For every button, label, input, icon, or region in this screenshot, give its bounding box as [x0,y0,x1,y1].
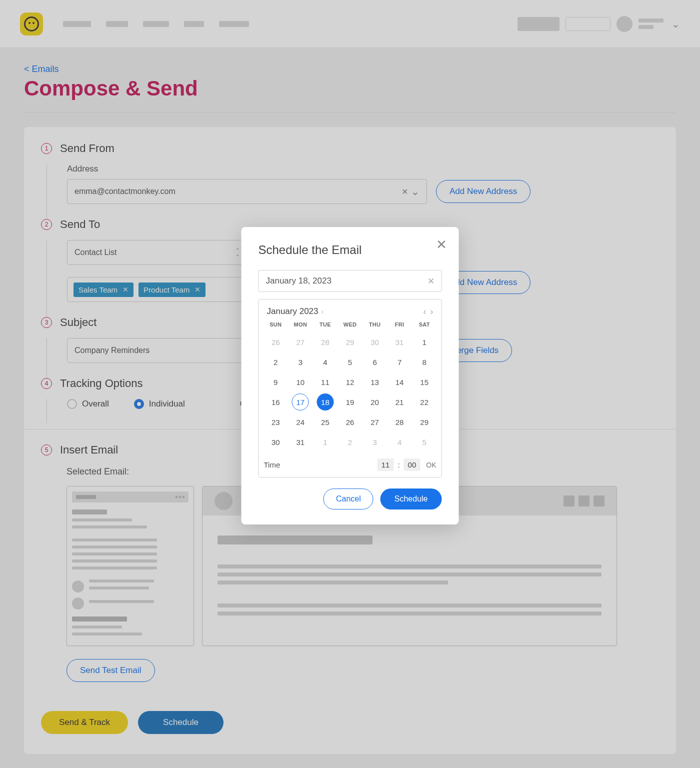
calendar-dow: SUN [264,322,288,330]
close-icon[interactable]: ✕ [436,237,447,252]
calendar-day[interactable]: 8 [416,354,433,370]
calendar-day[interactable]: 19 [342,394,358,410]
calendar-day[interactable]: 18 [316,394,334,410]
calendar-day[interactable]: 29 [342,334,358,350]
calendar-dow: WED [338,322,362,330]
calendar-day[interactable]: 27 [292,334,309,350]
calendar-dow: FRI [388,322,412,330]
next-month-button[interactable]: › [430,306,434,317]
calendar-day[interactable]: 29 [416,414,433,430]
calendar-day[interactable]: 10 [292,374,309,390]
schedule-modal: ✕ Schedule the Email January 18, 2023 ✕ … [242,227,459,524]
time-label: Time [264,460,280,469]
time-minute-input[interactable]: 00 [404,458,420,471]
cancel-button[interactable]: Cancel [324,488,374,510]
date-input[interactable]: January 18, 2023 ✕ [258,270,442,292]
calendar-day[interactable]: 1 [416,334,433,350]
calendar-grid: SUNMONTUEWEDTHUFRISAT2627282930311234567… [264,322,436,450]
calendar-day[interactable]: 21 [391,394,408,410]
clear-date-icon[interactable]: ✕ [428,276,434,286]
calendar-day[interactable]: 4 [316,354,334,370]
calendar-day[interactable]: 13 [366,374,384,390]
calendar-day[interactable]: 30 [366,334,384,350]
calendar-day[interactable]: 30 [267,434,284,450]
time-hour-input[interactable]: 11 [378,458,394,471]
chevron-right-icon: › [322,308,324,316]
calendar-day[interactable]: 4 [391,434,408,450]
calendar-dow: SAT [412,322,436,330]
calendar-day[interactable]: 20 [366,394,384,410]
calendar-day[interactable]: 25 [316,414,334,430]
prev-month-button[interactable]: ‹ [424,306,426,317]
calendar-dow: MON [288,322,312,330]
calendar-day[interactable]: 14 [391,374,408,390]
modal-title: Schedule the Email [258,243,442,257]
calendar-day[interactable]: 2 [267,354,284,370]
date-value: January 18, 2023 [266,276,332,286]
calendar-day[interactable]: 5 [416,434,433,450]
calendar-day[interactable]: 15 [416,374,433,390]
calendar-day[interactable]: 31 [391,334,408,350]
calendar-day[interactable]: 22 [416,394,433,410]
calendar-day[interactable]: 2 [342,434,358,450]
calendar-day[interactable]: 27 [366,414,384,430]
calendar-day[interactable]: 26 [267,334,284,350]
calendar-day[interactable]: 23 [267,414,284,430]
calendar-day[interactable]: 3 [366,434,384,450]
calendar: January 2023 › ‹ › SUNMONTUEWEDTHUFRISAT… [258,299,442,478]
calendar-day[interactable]: 12 [342,374,358,390]
calendar-day[interactable]: 28 [391,414,408,430]
modal-schedule-button[interactable]: Schedule [380,488,442,510]
calendar-day[interactable]: 1 [316,434,334,450]
calendar-day[interactable]: 17 [292,394,309,410]
calendar-dow: TUE [314,322,338,330]
calendar-day[interactable]: 6 [366,354,384,370]
calendar-day[interactable]: 16 [267,394,284,410]
calendar-dow: THU [363,322,387,330]
colon: : [398,460,400,469]
calendar-day[interactable]: 7 [391,354,408,370]
calendar-day[interactable]: 9 [267,374,284,390]
calendar-day[interactable]: 5 [342,354,358,370]
calendar-day[interactable]: 11 [316,374,334,390]
calendar-day[interactable]: 26 [342,414,358,430]
calendar-day[interactable]: 31 [292,434,309,450]
month-label[interactable]: January 2023 [267,306,318,316]
calendar-day[interactable]: 28 [316,334,334,350]
calendar-day[interactable]: 3 [292,354,309,370]
time-ok-button[interactable]: OK [426,461,436,469]
calendar-day[interactable]: 24 [292,414,309,430]
